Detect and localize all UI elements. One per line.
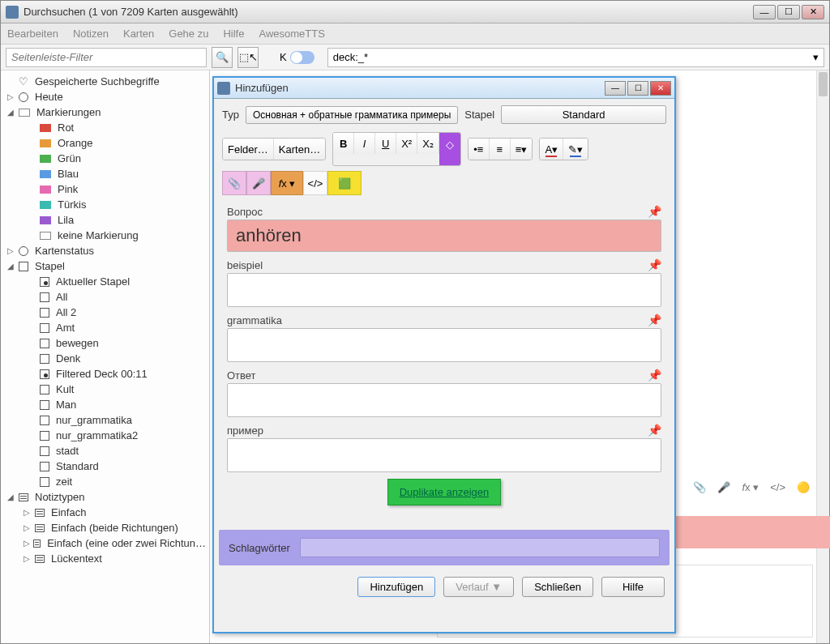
- sidebar-flag-pink[interactable]: Pink: [1, 181, 209, 197]
- clear-format-button[interactable]: ◇: [439, 133, 460, 165]
- sidebar-notetype-einfach-both[interactable]: ▷Einfach (beide Richtungen): [1, 520, 209, 535]
- bold-button[interactable]: B: [333, 133, 354, 154]
- underline-button[interactable]: U: [375, 133, 396, 154]
- pin-icon[interactable]: 📌: [648, 205, 661, 218]
- sidebar-flag-orange[interactable]: Orange: [1, 135, 209, 151]
- superscript-button[interactable]: X²: [396, 133, 417, 154]
- sidebar-flags[interactable]: ◢Markierungen: [1, 104, 209, 120]
- fx-icon[interactable]: fx ▾: [742, 481, 759, 493]
- code-icon[interactable]: </>: [770, 481, 785, 493]
- italic-button[interactable]: I: [354, 133, 375, 154]
- field-beispiel[interactable]: [227, 273, 661, 307]
- sidebar-notetype-einfach[interactable]: ▷Einfach: [1, 505, 209, 520]
- sidebar-flag-turkis[interactable]: Türkis: [1, 197, 209, 212]
- menu-goto[interactable]: Gehe zu: [169, 28, 208, 40]
- flag-orange-icon: [40, 139, 51, 147]
- main-titlebar: Durchsuchen (1 von 7209 Karten ausgewähl…: [1, 1, 829, 23]
- tags-input[interactable]: [300, 538, 660, 557]
- sidebar-deck-bewegen[interactable]: bewegen: [1, 335, 209, 351]
- sidebar-deck-zeit[interactable]: zeit: [1, 474, 209, 489]
- add-button[interactable]: Hinzufügen: [357, 577, 435, 597]
- sidebar-notetype-einfach-opt[interactable]: ▷Einfach (eine oder zwei Richtun…: [1, 535, 209, 551]
- addon-button[interactable]: 🟩: [327, 171, 362, 195]
- close-button[interactable]: ✕: [802, 5, 824, 19]
- toggle-switch-icon[interactable]: [290, 51, 314, 64]
- mic-icon[interactable]: 🎤: [717, 481, 730, 493]
- scrollbar[interactable]: [816, 70, 829, 643]
- sidebar-flag-green[interactable]: Grün: [1, 151, 209, 166]
- sidebar-saved-searches[interactable]: ♡Gespeicherte Suchbegriffe: [1, 74, 209, 89]
- cards-button[interactable]: Karten…: [274, 139, 325, 160]
- sidebar-deck-denk[interactable]: Denk: [1, 351, 209, 366]
- menu-help[interactable]: Hilfe: [223, 28, 244, 40]
- subscript-button[interactable]: X₂: [417, 133, 439, 154]
- pin-icon[interactable]: 📌: [648, 258, 661, 271]
- dialog-close-button[interactable]: ✕: [650, 81, 671, 96]
- search-field[interactable]: deck:_* ▾: [327, 48, 824, 67]
- pin-icon[interactable]: 📌: [648, 313, 661, 326]
- sidebar-flag-lila[interactable]: Lila: [1, 212, 209, 228]
- flag-lila-icon: [40, 216, 51, 224]
- sidebar-decks[interactable]: ◢Stapel: [1, 258, 209, 274]
- sidebar-cardstate[interactable]: ▷Kartenstatus: [1, 243, 209, 258]
- menu-awesometts[interactable]: AwesomeTTS: [259, 28, 324, 40]
- field-grammatika[interactable]: [227, 328, 661, 362]
- flag-none-icon: [40, 232, 51, 240]
- sidebar-filter-input[interactable]: [6, 48, 207, 67]
- sidebar-deck-all2[interactable]: All 2: [1, 305, 209, 320]
- toggle-k-label: K: [280, 51, 287, 63]
- align-button[interactable]: ≡▾: [511, 139, 533, 160]
- sidebar-deck-kult[interactable]: Kult: [1, 382, 209, 397]
- text-color-button[interactable]: A▾: [540, 139, 563, 160]
- search-icon[interactable]: 🔍: [212, 47, 233, 68]
- field-primer[interactable]: [227, 438, 661, 472]
- dialog-minimize-button[interactable]: —: [605, 81, 626, 96]
- dialog-maximize-button[interactable]: ☐: [627, 81, 648, 96]
- close-dialog-button[interactable]: Schließen: [522, 577, 593, 597]
- sidebar-deck-all[interactable]: All: [1, 289, 209, 305]
- sidebar-deck-nurgram2[interactable]: nur_grammatika2: [1, 428, 209, 443]
- field-answer[interactable]: [227, 383, 661, 417]
- deck-selector[interactable]: Standard: [501, 105, 666, 124]
- sidebar-deck-stadt[interactable]: stadt: [1, 443, 209, 458]
- maximize-button[interactable]: ☐: [777, 5, 800, 19]
- field-question[interactable]: anhören: [227, 220, 661, 252]
- pin-icon[interactable]: 📌: [648, 424, 661, 437]
- equation-button[interactable]: fx ▾: [271, 171, 303, 195]
- sidebar-deck-man[interactable]: Man: [1, 397, 209, 412]
- sidebar-deck-amt[interactable]: Amt: [1, 320, 209, 335]
- app-icon: [6, 6, 19, 19]
- html-button[interactable]: </>: [303, 171, 327, 195]
- record-button[interactable]: 🎤: [246, 171, 271, 195]
- card-note-toggle[interactable]: K: [280, 51, 314, 64]
- attach-icon[interactable]: 📎: [693, 481, 706, 493]
- dialog-buttons: Hinzufügen Verlauf ▼ Schließen Hilfe: [214, 570, 674, 603]
- menu-notes[interactable]: Notizen: [73, 28, 109, 40]
- history-button[interactable]: Verlauf ▼: [443, 577, 514, 597]
- sidebar-deck-nurgram[interactable]: nur_grammatika: [1, 412, 209, 428]
- highlight-button[interactable]: ✎▾: [563, 139, 588, 160]
- addon-icon[interactable]: 🟡: [797, 481, 810, 493]
- select-mode-icon[interactable]: ⬚↖: [237, 47, 259, 68]
- sidebar-deck-filtered[interactable]: Filtered Deck 00:11: [1, 366, 209, 382]
- sidebar-notetype-cloze[interactable]: ▷Lückentext: [1, 551, 209, 566]
- fields-button[interactable]: Felder…: [223, 139, 274, 160]
- minimize-button[interactable]: —: [753, 5, 776, 19]
- ol-button[interactable]: ≡: [490, 139, 511, 160]
- sidebar-flag-blue[interactable]: Blau: [1, 166, 209, 181]
- sidebar-flag-none[interactable]: keine Markierung: [1, 228, 209, 243]
- menu-cards[interactable]: Karten: [123, 28, 154, 40]
- menu-edit[interactable]: Bearbeiten: [7, 28, 58, 40]
- pin-icon[interactable]: 📌: [648, 369, 661, 382]
- sidebar-flag-red[interactable]: Rot: [1, 120, 209, 135]
- sidebar-deck-current[interactable]: Aktueller Stapel: [1, 274, 209, 289]
- ul-button[interactable]: •≡: [468, 139, 490, 160]
- help-button[interactable]: Hilfe: [601, 577, 665, 597]
- sidebar-notetypes[interactable]: ◢Notiztypen: [1, 489, 209, 505]
- dropdown-icon[interactable]: ▾: [813, 51, 819, 63]
- show-duplicates-button[interactable]: Duplikate anzeigen: [387, 479, 502, 505]
- sidebar-deck-standard[interactable]: Standard: [1, 458, 209, 474]
- attach-button[interactable]: 📎: [222, 171, 246, 195]
- notetype-selector[interactable]: Основная + обратные грамматика примеры: [246, 106, 458, 124]
- sidebar-today[interactable]: ▷Heute: [1, 89, 209, 104]
